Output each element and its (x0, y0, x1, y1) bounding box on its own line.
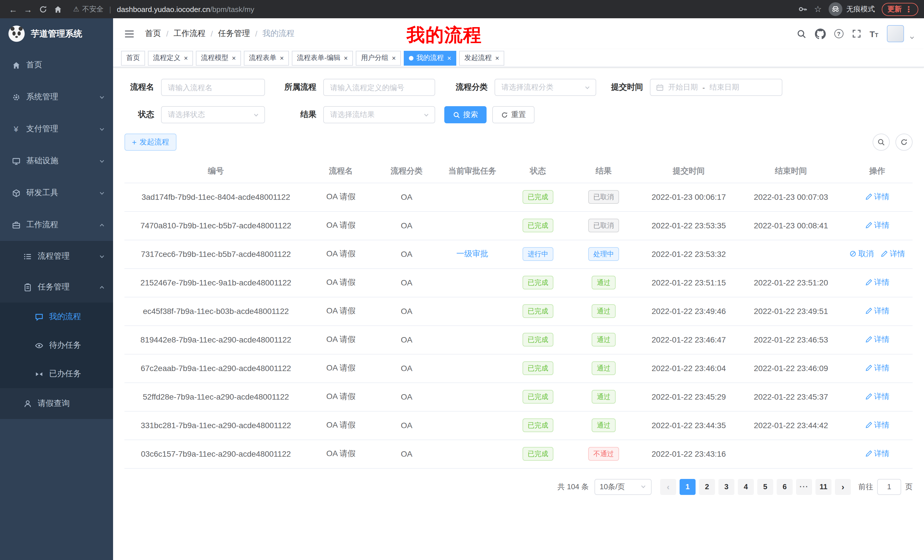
chevron-up-icon (99, 284, 105, 290)
tab-2[interactable]: 流程模型× (196, 51, 241, 65)
create-process-button[interactable]: + 发起流程 (124, 133, 177, 151)
tab-7[interactable]: 发起流程× (459, 51, 504, 65)
close-icon[interactable]: × (280, 54, 284, 61)
sidebar-item-task-mgmt[interactable]: 任务管理 (0, 272, 113, 302)
sidebar-item-dev-tools[interactable]: 研发工具 (0, 177, 113, 209)
page-button-1[interactable]: 1 (680, 479, 696, 495)
reset-button[interactable]: 重置 (492, 106, 534, 123)
close-icon[interactable]: × (232, 54, 236, 61)
browser-back-button[interactable]: ← (6, 2, 21, 16)
tab-4[interactable]: 流程表单-编辑× (292, 51, 353, 65)
breadcrumb-workflow[interactable]: 工作流程 (174, 28, 206, 39)
sidebar-item-todo-task[interactable]: 待办任务 (0, 331, 113, 359)
avatar[interactable] (887, 25, 904, 42)
hamburger-icon[interactable] (122, 27, 136, 40)
cell-process-name: OA 请假 (307, 325, 375, 354)
detail-action-link[interactable]: 详情 (880, 249, 905, 259)
search-button[interactable]: 搜索 (444, 106, 486, 123)
breadcrumb-separator: / (255, 29, 258, 38)
sidebar-item-infrastructure[interactable]: 基础设施 (0, 145, 113, 177)
action-label: 详情 (874, 220, 890, 231)
github-icon[interactable] (814, 28, 825, 39)
search-icon[interactable] (796, 29, 806, 39)
eye-icon (34, 341, 44, 350)
page-button-3[interactable]: 3 (718, 479, 734, 495)
show-search-button[interactable] (873, 133, 890, 151)
tab-5[interactable]: 用户分组× (356, 51, 401, 65)
detail-action-link[interactable]: 详情 (865, 192, 890, 202)
close-icon[interactable]: × (184, 54, 188, 61)
sidebar-item-label: 流程管理 (38, 251, 70, 262)
browser-home-button[interactable] (50, 2, 65, 16)
detail-action-link[interactable]: 详情 (865, 420, 890, 430)
fullscreen-icon[interactable] (852, 29, 861, 38)
sidebar-item-system-mgmt[interactable]: 系统管理 (0, 81, 113, 113)
address-bar[interactable]: ⚠ 不安全 | dashboard.yudao.iocoder.cn/bpm/t… (73, 4, 798, 14)
refresh-table-button[interactable] (896, 133, 913, 151)
page-button-4[interactable]: 4 (738, 479, 754, 495)
table-row: 7317cec6-7b9b-11ec-b5b7-acde48001122OA 请… (124, 240, 913, 268)
close-icon[interactable]: × (447, 54, 451, 61)
detail-action-link[interactable]: 详情 (865, 449, 890, 459)
detail-action-link[interactable]: 详情 (865, 220, 890, 231)
tab-6-active[interactable]: 我的流程× (404, 51, 456, 65)
browser-forward-button[interactable]: → (21, 2, 35, 16)
detail-action-link[interactable]: 详情 (865, 334, 890, 345)
help-icon[interactable]: ? (834, 29, 843, 38)
edit-icon (865, 364, 872, 372)
goto-page-input[interactable] (877, 479, 901, 495)
close-icon[interactable]: × (495, 54, 499, 61)
chevron-down-icon[interactable] (909, 35, 915, 40)
breadcrumb-task-mgmt[interactable]: 任务管理 (218, 28, 250, 39)
sidebar-item-payment-mgmt[interactable]: ¥支付管理 (0, 113, 113, 145)
browser-update-button[interactable]: 更新 ⋮ (882, 3, 918, 16)
prev-page-button[interactable]: ‹ (660, 479, 676, 495)
bookmark-star-icon[interactable]: ☆ (814, 4, 822, 14)
sidebar-item-my-process[interactable]: 我的流程 (0, 302, 113, 331)
next-page-button[interactable]: › (835, 479, 851, 495)
action-label: 详情 (874, 306, 890, 316)
close-icon[interactable]: × (392, 54, 396, 61)
tab-3[interactable]: 流程表单× (244, 51, 289, 65)
result-select[interactable]: 请选择流结果 (323, 106, 435, 123)
password-key-icon[interactable] (798, 4, 807, 14)
page-button-2[interactable]: 2 (699, 479, 715, 495)
app-logo-row[interactable]: 芋道管理系统 (0, 18, 113, 49)
breadcrumb-home[interactable]: 首页 (145, 28, 161, 39)
cell-status: 已完成 (506, 440, 570, 468)
tab-1[interactable]: 流程定义× (148, 51, 193, 65)
submit-time-label: 提交时间 (605, 82, 650, 93)
reload-icon (39, 5, 47, 13)
date-range-picker[interactable]: 开始日期 - 结束日期 (650, 79, 782, 96)
sidebar-item-home[interactable]: 首页 (0, 49, 113, 81)
browser-menu-icon[interactable]: ⋮ (904, 5, 913, 13)
tab-0[interactable]: 首页 (121, 51, 145, 65)
page-button-6[interactable]: 6 (777, 479, 793, 495)
incognito-icon (829, 2, 842, 16)
sidebar-item-process-mgmt[interactable]: 流程管理 (0, 241, 113, 272)
sidebar-item-done-task[interactable]: 已办任务 (0, 359, 113, 388)
font-size-icon[interactable]: TT (870, 29, 878, 38)
category-select[interactable]: 请选择流程分类 (495, 79, 596, 96)
status-select[interactable]: 请选择状态 (161, 106, 265, 123)
page-button-5[interactable]: 5 (757, 479, 773, 495)
chevron-down-icon (99, 190, 105, 196)
action-label: 详情 (890, 249, 905, 259)
cancel-action-link[interactable]: 取消 (849, 249, 874, 259)
sidebar-item-workflow[interactable]: 工作流程 (0, 209, 113, 241)
detail-action-link[interactable]: 详情 (865, 277, 890, 288)
detail-action-link[interactable]: 详情 (865, 306, 890, 316)
process-name-input[interactable] (161, 79, 265, 96)
sidebar-item-leave-query[interactable]: 请假查询 (0, 388, 113, 419)
more-pages-icon[interactable]: ··· (796, 479, 812, 495)
detail-action-link[interactable]: 详情 (865, 363, 890, 373)
page-size-select[interactable]: 10条/页 (594, 479, 652, 495)
detail-action-link[interactable]: 详情 (865, 392, 890, 402)
close-icon[interactable]: × (344, 54, 348, 61)
page-button-11[interactable]: 11 (816, 479, 831, 495)
security-indicator[interactable]: ⚠ 不安全 (73, 4, 104, 14)
current-task-link[interactable]: 一级审批 (456, 249, 488, 258)
cell-status: 已完成 (506, 411, 570, 440)
owner-process-input[interactable] (323, 79, 435, 96)
browser-reload-button[interactable] (35, 2, 50, 16)
